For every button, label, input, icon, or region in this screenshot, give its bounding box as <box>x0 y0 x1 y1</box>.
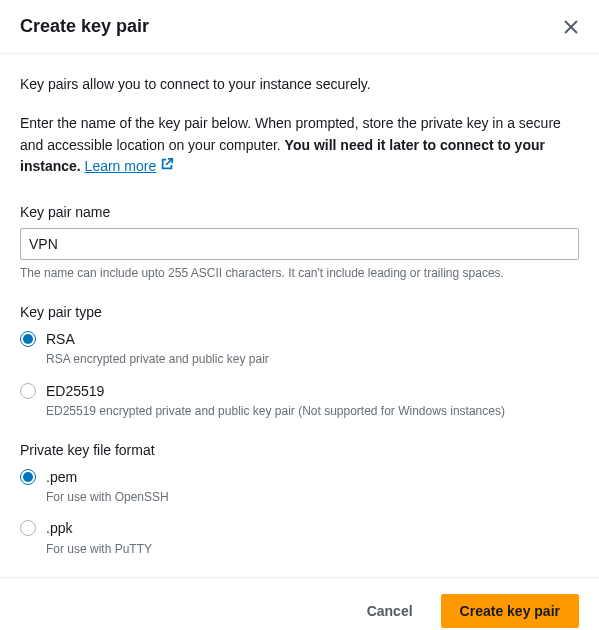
radio-icon <box>20 383 36 399</box>
radio-desc: ED25519 encrypted private and public key… <box>46 404 505 420</box>
dialog-title: Create key pair <box>20 16 149 37</box>
description-text: Enter the name of the key pair below. Wh… <box>20 113 579 178</box>
key-pair-type-group: RSA RSA encrypted private and public key… <box>20 330 579 420</box>
intro-text: Key pairs allow you to connect to your i… <box>20 74 579 95</box>
learn-more-label: Learn more <box>85 156 157 178</box>
key-pair-name-input[interactable] <box>20 228 579 260</box>
radio-pem[interactable]: .pem For use with OpenSSH <box>20 468 579 506</box>
radio-label: .ppk <box>46 519 152 537</box>
key-pair-type-label: Key pair type <box>20 304 579 320</box>
radio-icon <box>20 469 36 485</box>
radio-ppk[interactable]: .ppk For use with PuTTY <box>20 519 579 557</box>
dialog-footer: Cancel Create key pair <box>0 577 599 630</box>
external-link-icon <box>160 156 174 178</box>
radio-icon <box>20 520 36 536</box>
close-icon[interactable] <box>563 19 579 35</box>
radio-desc: For use with OpenSSH <box>46 490 169 506</box>
radio-desc: For use with PuTTY <box>46 542 152 558</box>
create-key-pair-button[interactable]: Create key pair <box>441 594 579 628</box>
learn-more-link[interactable]: Learn more <box>85 156 175 178</box>
file-format-group: .pem For use with OpenSSH .ppk For use w… <box>20 468 579 558</box>
radio-label: RSA <box>46 330 269 348</box>
radio-label: .pem <box>46 468 169 486</box>
cancel-button[interactable]: Cancel <box>349 594 431 628</box>
radio-rsa[interactable]: RSA RSA encrypted private and public key… <box>20 330 579 368</box>
radio-desc: RSA encrypted private and public key pai… <box>46 352 269 368</box>
create-key-pair-dialog: Create key pair Key pairs allow you to c… <box>0 0 599 630</box>
key-pair-name-helper: The name can include upto 255 ASCII char… <box>20 266 579 280</box>
radio-icon <box>20 331 36 347</box>
dialog-content: Key pairs allow you to connect to your i… <box>0 54 599 577</box>
radio-label: ED25519 <box>46 382 505 400</box>
key-pair-name-label: Key pair name <box>20 204 579 220</box>
file-format-label: Private key file format <box>20 442 579 458</box>
dialog-header: Create key pair <box>0 0 599 54</box>
radio-ed25519[interactable]: ED25519 ED25519 encrypted private and pu… <box>20 382 579 420</box>
